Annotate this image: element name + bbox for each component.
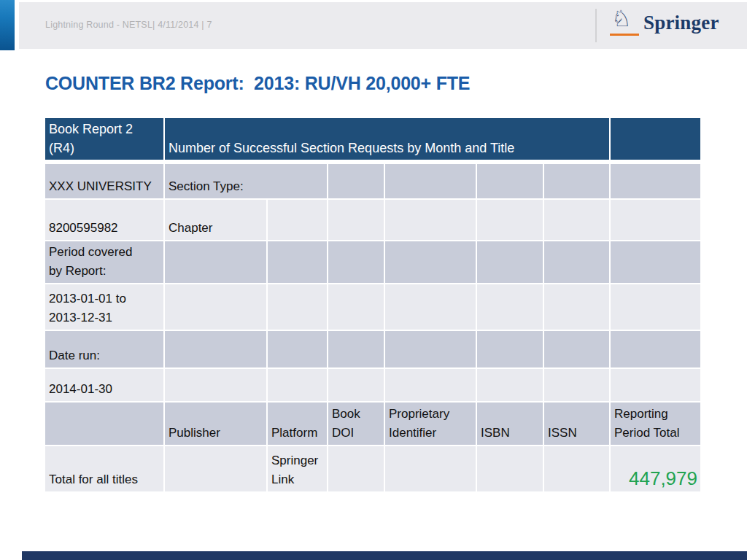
col-header-isbn: ISBN xyxy=(476,402,543,446)
col-header-book-doi: Book DOI xyxy=(328,402,384,446)
bottom-navy-bar xyxy=(22,551,747,560)
total-platform-cell: Springer Link xyxy=(267,446,328,492)
top-left-accent-bar xyxy=(0,0,15,50)
col-header-platform: Platform xyxy=(267,402,328,446)
springer-wordmark: Springer xyxy=(643,12,719,34)
date-run-label-cell: Date run: xyxy=(44,330,164,368)
reporting-period-total-value: 447,979 xyxy=(610,446,701,492)
table-row: Date run: xyxy=(44,330,701,368)
table-column-header-row: Publisher Platform Book DOI Proprietary … xyxy=(44,402,701,446)
date-run-value-cell: 2014-01-30 xyxy=(44,368,164,402)
slide-meta-text: Lightning Round - NETSL| 4/11/2014 | 7 xyxy=(45,20,212,30)
springer-logo: ♘ Springer xyxy=(595,2,741,49)
table-row: Period covered by Report: xyxy=(44,241,701,284)
table-row: 2013-01-01 to 2013-12-31 xyxy=(44,284,701,330)
slide-canvas: Lightning Round - NETSL| 4/11/2014 | 7 ♘… xyxy=(0,0,747,560)
table-row: Book Report 2 (R4) Number of Successful … xyxy=(44,117,701,162)
springer-knight-icon: ♘ xyxy=(611,4,632,33)
table-row: 8200595982 Chapter xyxy=(44,199,701,241)
empty-cell xyxy=(610,117,701,162)
header-band: Lightning Round - NETSL| 4/11/2014 | 7 ♘… xyxy=(19,2,747,49)
table-row: XXX UNIVERSITY Section Type: xyxy=(44,162,701,199)
account-number-cell: 8200595982 xyxy=(44,199,164,241)
section-type-value-cell: Chapter xyxy=(164,199,267,241)
institution-cell: XXX UNIVERSITY xyxy=(44,162,164,199)
col-header-publisher: Publisher xyxy=(164,402,267,446)
report-name-cell: Book Report 2 (R4) xyxy=(44,117,164,162)
slide-title: COUNTER BR2 Report: 2013: RU/VH 20,000+ … xyxy=(45,73,470,94)
logo-divider xyxy=(595,9,597,42)
period-value-cell: 2013-01-01 to 2013-12-31 xyxy=(44,284,164,330)
table-row: 2014-01-30 xyxy=(44,368,701,402)
col-header-reporting-period-total: Reporting Period Total xyxy=(610,402,701,446)
period-label-cell: Period covered by Report: xyxy=(44,241,164,284)
table-total-row: Total for all titles Springer Link 447,9… xyxy=(44,446,701,492)
col-header-issn: ISSN xyxy=(543,402,610,446)
col-header-proprietary-identifier: Proprietary Identifier xyxy=(384,402,476,446)
section-type-label-cell: Section Type: xyxy=(164,162,328,199)
counter-report-table: Book Report 2 (R4) Number of Successful … xyxy=(44,117,702,493)
total-label-cell: Total for all titles xyxy=(44,446,164,492)
report-description-cell: Number of Successful Section Requests by… xyxy=(164,117,610,162)
logo-orange-underline xyxy=(610,34,639,36)
